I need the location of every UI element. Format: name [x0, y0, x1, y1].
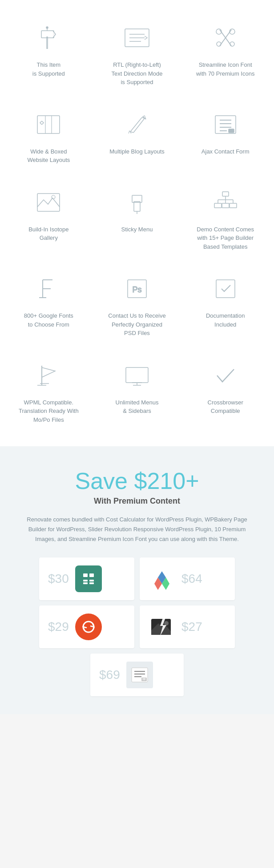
save-title: Save $210+: [13, 468, 261, 494]
features-section: This Item is Supported RTL (Right-to-Lef…: [0, 0, 274, 446]
plugin-images-price: $27: [181, 620, 202, 634]
images-plugin-icon: [149, 614, 175, 640]
feature-wpml: WPML Compatible. Translation Ready With …: [4, 347, 93, 433]
plugin-wpbakery: $64: [140, 557, 235, 600]
menus-icon: [119, 360, 155, 391]
wpb-plugin-icon: [149, 565, 175, 592]
support-icon: [31, 22, 66, 53]
feature-blog: Multiple Blog Layouts: [93, 96, 181, 174]
stream-plugin-icon: [126, 662, 153, 688]
feature-fonts-label: 800+ Google Fonts to Choose From: [24, 311, 73, 329]
docs-icon: [208, 273, 243, 304]
svg-rect-63: [89, 580, 94, 581]
feature-isotope-label: Build-In Isotope Gallery: [28, 225, 68, 242]
svg-rect-28: [229, 129, 234, 133]
svg-point-3: [46, 27, 48, 28]
feature-rtl: RTL (Right-to-Left) Text Direction Mode …: [93, 9, 181, 96]
plugin-streamline: $69: [90, 654, 184, 696]
plugin-wpbakery-price: $64: [181, 572, 202, 586]
ajax-icon: [208, 109, 243, 140]
psd-icon: Ps: [119, 273, 155, 304]
svg-rect-42: [230, 203, 237, 208]
feature-docs: Documentation Included: [181, 260, 270, 347]
feature-streamline: Streamline Icon Font with 70 Premium Ico…: [181, 9, 270, 96]
feature-fonts: 800+ Google Fonts to Choose From: [4, 260, 93, 347]
svg-marker-52: [42, 367, 55, 377]
layouts-icon: [31, 109, 66, 140]
gallery-icon: [31, 187, 66, 218]
plugin-cost-calc: $30: [39, 557, 134, 600]
feature-demo-label: Demo Content Comes with 15+ Page Builder…: [197, 225, 254, 251]
plugin-slider: $29: [39, 606, 134, 648]
feature-wpml-label: WPML Compatible. Translation Ready With …: [19, 398, 79, 424]
save-section: Save $210+ With Premium Content Renovate…: [0, 446, 274, 714]
svg-point-12: [217, 42, 221, 46]
feature-menus-label: Unlimited Menus & Sidebars: [116, 398, 159, 416]
feature-crossbrowser-label: Crossbrowser Compatible: [208, 398, 243, 416]
blog-icon: [119, 109, 155, 140]
plugins-grid: $30: [39, 557, 235, 696]
feature-crossbrowser: Crossbrowser Compatible: [181, 347, 270, 433]
sticky-icon: [119, 187, 155, 218]
svg-rect-34: [222, 192, 229, 196]
svg-point-70: [164, 621, 169, 626]
feature-supported-label: This Item is Supported: [32, 61, 65, 78]
feature-blog-label: Multiple Blog Layouts: [109, 147, 165, 156]
svg-rect-0: [47, 37, 48, 48]
svg-rect-61: [89, 573, 94, 577]
feature-demo: Demo Content Comes with 15+ Page Builder…: [181, 174, 270, 260]
calc-plugin-icon: [75, 565, 102, 592]
feature-layouts: Wide & Boxed Website Layouts: [4, 96, 93, 174]
save-description: Renovate comes bundled with Cost Calcula…: [21, 515, 253, 544]
plugin-cost-calc-price: $30: [48, 572, 69, 586]
feature-docs-label: Documentation Included: [206, 311, 245, 329]
feature-isotope: Build-In Isotope Gallery: [4, 174, 93, 260]
plugin-images: $27: [140, 606, 235, 648]
feature-sticky: Sticky Menu: [93, 174, 181, 260]
feature-psd: Ps Contact Us to Receive Perfectly Organ…: [93, 260, 181, 347]
feature-layouts-label: Wide & Boxed Website Layouts: [27, 147, 70, 165]
feature-menus: Unlimited Menus & Sidebars: [93, 347, 181, 433]
icons-icon: [208, 22, 243, 53]
slider-plugin-icon: [75, 614, 102, 640]
svg-rect-14: [37, 116, 60, 133]
svg-rect-60: [83, 573, 88, 577]
feature-ajax: Ajax Contact Form: [181, 96, 270, 174]
svg-rect-55: [126, 367, 148, 383]
svg-rect-64: [83, 582, 88, 584]
feature-sticky-label: Sticky Menu: [121, 225, 153, 234]
svg-rect-41: [222, 203, 229, 208]
svg-rect-31: [134, 202, 140, 211]
fonts-icon: [31, 273, 66, 304]
svg-rect-65: [89, 582, 94, 584]
svg-rect-62: [83, 580, 88, 581]
svg-rect-40: [214, 203, 222, 208]
feature-rtl-label: RTL (Right-to-Left) Text Direction Mode …: [112, 61, 163, 87]
feature-ajax-label: Ajax Contact Form: [201, 147, 250, 156]
plugin-slider-price: $29: [48, 620, 69, 634]
save-subtitle: With Premium Content: [13, 497, 261, 506]
crossbrowser-icon: [208, 360, 243, 391]
feature-streamline-label: Streamline Icon Font with 70 Premium Ico…: [196, 61, 255, 78]
svg-text:Ps: Ps: [132, 285, 141, 294]
feature-supported: This Item is Supported: [4, 9, 93, 96]
svg-rect-50: [216, 280, 235, 298]
svg-point-13: [230, 42, 234, 46]
wpml-icon: [31, 360, 66, 391]
svg-point-30: [52, 195, 55, 199]
plugin-streamline-price: $69: [99, 668, 120, 682]
feature-psd-label: Contact Us to Receive Perfectly Organize…: [108, 311, 165, 338]
rtl-icon: [119, 22, 155, 53]
demo-icon: [208, 187, 243, 218]
